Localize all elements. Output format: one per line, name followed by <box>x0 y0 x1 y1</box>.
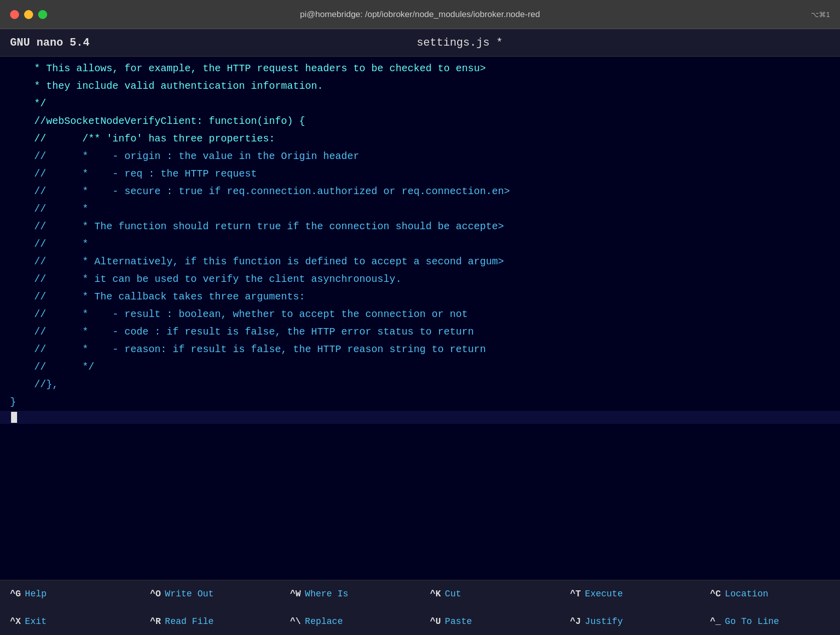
text-cursor <box>11 412 17 423</box>
code-line: } <box>0 393 840 411</box>
shortcut-label: Location <box>725 589 768 599</box>
shortcut-item[interactable]: ^OWrite Out <box>140 589 280 599</box>
editor-area[interactable]: * This allows, for example, the HTTP req… <box>0 57 840 580</box>
shortcut-item[interactable]: ^JJustify <box>560 616 700 626</box>
shortcut-key: ^T <box>570 589 581 599</box>
shortcut-key: ^G <box>10 589 21 599</box>
code-line: // * - secure : true if req.connection.a… <box>0 183 840 200</box>
shortcut-label: Exit <box>25 616 47 626</box>
shortcut-label: Go To Line <box>725 616 779 626</box>
shortcut-label: Write Out <box>165 589 214 599</box>
code-line: // * it can be used to verify the client… <box>0 270 840 288</box>
code-line: // * The function should return true if … <box>0 218 840 235</box>
code-line: // * The callback takes three arguments: <box>0 288 840 305</box>
code-line: // * <box>0 235 840 253</box>
close-button[interactable] <box>10 10 19 19</box>
shortcut-key: ^K <box>430 589 441 599</box>
nano-filename: settings.js * <box>89 37 830 49</box>
code-line: // * Alternatively, if this function is … <box>0 253 840 270</box>
shortcut-key: ^U <box>430 616 441 626</box>
shortcut-item[interactable]: ^RRead File <box>140 616 280 626</box>
code-line: // /** 'info' has three properties: <box>0 130 840 147</box>
shortcut-label: Justify <box>585 616 623 626</box>
code-line: // * <box>0 200 840 218</box>
shortcut-key: ^W <box>290 589 301 599</box>
code-line: //webSocketNodeVerifyClient: function(in… <box>0 112 840 130</box>
shortcut-item[interactable]: ^GHelp <box>0 589 140 599</box>
code-line: // * - origin : the value in the Origin … <box>0 147 840 165</box>
shortcut-label: Execute <box>585 589 623 599</box>
code-line: */ <box>0 95 840 112</box>
shortcut-item[interactable]: ^\Replace <box>280 616 420 626</box>
shortcut-label: Cut <box>445 589 461 599</box>
code-line: // * - code : if result is false, the HT… <box>0 323 840 341</box>
code-line: // * - result : boolean, whether to acce… <box>0 305 840 323</box>
shortcut-item[interactable]: ^TExecute <box>560 589 700 599</box>
minimize-button[interactable] <box>24 10 33 19</box>
code-line: // * - req : the HTTP request <box>0 165 840 183</box>
shortcut-key: ^\ <box>290 616 301 626</box>
shortcut-key: ^R <box>150 616 161 626</box>
shortcut-label: Read File <box>165 616 214 626</box>
shortcut-key: ^J <box>570 616 581 626</box>
shortcut-row: ^XExit^RRead File^\Replace^UPaste^JJusti… <box>0 608 840 636</box>
shortcut-key: ^O <box>150 589 161 599</box>
shortcut-key: ^C <box>710 589 721 599</box>
shortcut-label: Where Is <box>305 589 348 599</box>
shortcut-label: Help <box>25 589 47 599</box>
nano-version: GNU nano 5.4 <box>10 37 89 49</box>
shortcut-item[interactable]: ^KCut <box>420 589 560 599</box>
shortcut-label: Replace <box>305 616 343 626</box>
shortcuts-bar: ^GHelp^OWrite Out^WWhere Is^KCut^TExecut… <box>0 580 840 635</box>
nano-header: GNU nano 5.4 settings.js * <box>0 29 840 57</box>
window-shortcut: ⌥⌘1 <box>811 11 830 19</box>
maximize-button[interactable] <box>38 10 47 19</box>
shortcut-item[interactable]: ^UPaste <box>420 616 560 626</box>
shortcut-item[interactable]: ^WWhere Is <box>280 589 420 599</box>
code-line: * This allows, for example, the HTTP req… <box>0 60 840 77</box>
shortcut-item[interactable]: ^_Go To Line <box>700 616 840 626</box>
code-line: // * - reason: if result is false, the H… <box>0 341 840 358</box>
shortcut-key: ^X <box>10 616 21 626</box>
code-line: //}, <box>0 376 840 393</box>
window-title: pi@homebridge: /opt/iobroker/node_module… <box>300 10 540 20</box>
shortcut-key: ^_ <box>710 616 721 626</box>
window-controls[interactable] <box>10 10 47 19</box>
shortcut-item[interactable]: ^XExit <box>0 616 140 626</box>
shortcut-item[interactable]: ^CLocation <box>700 589 840 599</box>
title-bar: pi@homebridge: /opt/iobroker/node_module… <box>0 0 840 29</box>
shortcut-label: Paste <box>445 616 472 626</box>
code-line: // */ <box>0 358 840 376</box>
shortcut-row: ^GHelp^OWrite Out^WWhere Is^KCut^TExecut… <box>0 580 840 608</box>
code-line <box>0 411 840 424</box>
code-line: * they include valid authentication info… <box>0 77 840 95</box>
